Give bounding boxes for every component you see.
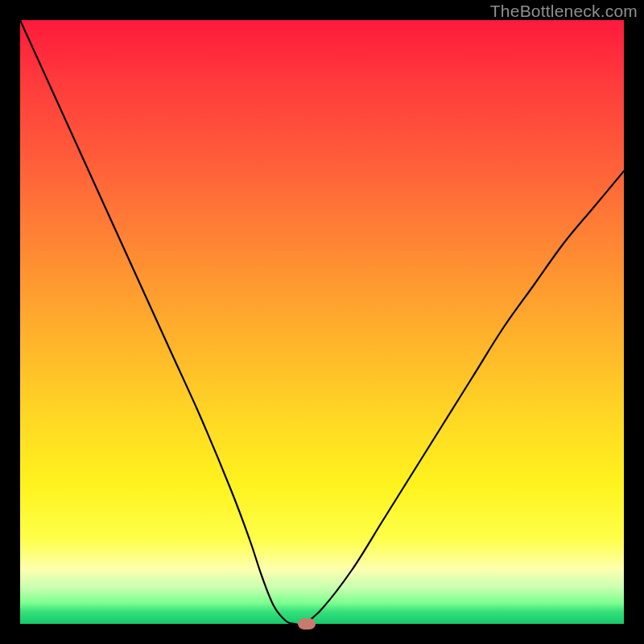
watermark-text: TheBottleneck.com xyxy=(490,2,638,21)
optimum-marker xyxy=(298,618,316,630)
chart-frame: TheBottleneck.com xyxy=(0,0,644,644)
plot-area xyxy=(20,20,624,624)
bottleneck-curve xyxy=(20,20,624,624)
